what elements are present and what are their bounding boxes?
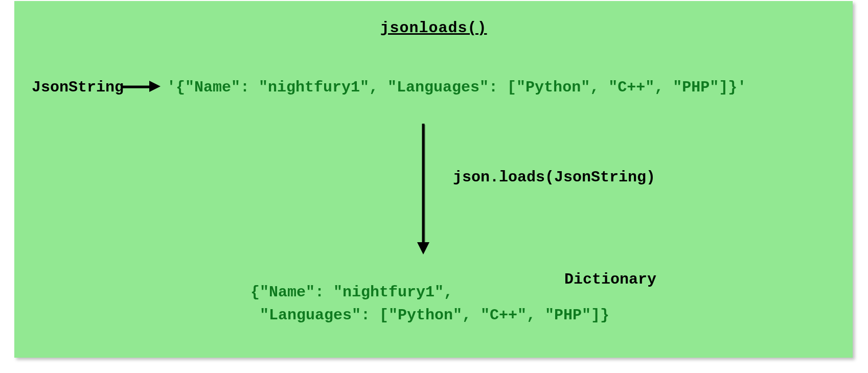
output-line-2: "Languages": ["Python", "C++", "PHP"]}: [250, 307, 609, 324]
output-value: {"Name": "nightfury1", "Languages": ["Py…: [250, 281, 609, 327]
output-label: Dictionary: [564, 271, 656, 288]
input-value: '{"Name": "nightfury1", "Languages": ["P…: [167, 79, 746, 96]
arrow-right-icon: [120, 79, 161, 94]
output-line-1: {"Name": "nightfury1",: [250, 284, 453, 301]
transform-label: json.loads(JsonString): [453, 169, 655, 186]
diagram-canvas: jsonloads() JsonString '{"Name": "nightf…: [14, 1, 853, 358]
diagram-title: jsonloads(): [14, 19, 853, 37]
input-label: JsonString: [32, 79, 124, 96]
svg-marker-2: [149, 81, 161, 92]
arrow-down-icon: [413, 123, 433, 255]
svg-marker-5: [417, 242, 429, 254]
